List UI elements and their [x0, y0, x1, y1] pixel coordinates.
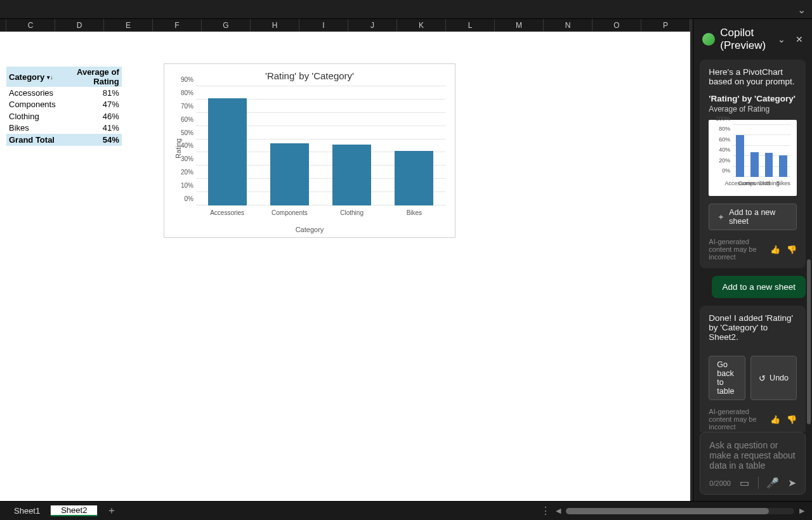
char-count: 0/2000 [709, 479, 731, 487]
column-header[interactable]: C [6, 19, 55, 31]
chart-y-tick: 90% [181, 76, 193, 83]
column-header[interactable]: E [104, 19, 153, 31]
chart-x-tick: Components [272, 209, 308, 216]
pivot-row-label: Clothing [6, 110, 58, 122]
column-header[interactable]: L [446, 19, 495, 31]
copilot-message-text: Done! I added 'Rating' by 'Category' to … [709, 313, 797, 342]
pivot-chart[interactable]: 'Rating' by 'Category' Rating Category 0… [164, 63, 455, 238]
chart-plot-area: 0%10%20%30%40%50%60%70%80%90%Accessories… [196, 86, 445, 205]
copilot-card-subtitle: Average of Rating [709, 105, 797, 114]
mini-chart-y-tick: 80% [719, 126, 730, 132]
undo-button[interactable]: ↺ Undo [750, 356, 797, 400]
copilot-body: Here's a PivotChart based on your prompt… [693, 60, 812, 432]
mini-chart-y-tick: 0% [722, 167, 730, 174]
column-header[interactable]: D [55, 19, 104, 31]
horizontal-scrollbar-thumb[interactable] [566, 508, 769, 514]
column-header[interactable]: N [544, 19, 593, 31]
column-header[interactable]: K [397, 19, 446, 31]
chart-bar [395, 151, 433, 205]
pivot-row-value: 41% [58, 122, 122, 134]
copilot-scrollbar-thumb[interactable] [807, 259, 811, 424]
book-icon[interactable]: ▭ [740, 477, 749, 489]
thumbs-down-icon[interactable]: 👎 [787, 415, 797, 424]
pivot-row-label: Bikes [6, 122, 58, 134]
ai-disclaimer: AI-generated content may be incorrect [709, 238, 770, 261]
go-back-to-table-button[interactable]: Go back to table [709, 356, 745, 400]
copilot-header: Copilot (Preview) ⌄ ✕ [693, 19, 812, 60]
pivot-grand-total-label: Grand Total [6, 134, 58, 146]
scroll-right-icon[interactable]: ▶ [799, 507, 804, 515]
sheet-tabs-menu-icon[interactable]: ⋮ [540, 505, 551, 517]
thumbs-up-icon[interactable]: 👍 [770, 245, 780, 254]
pivot-table[interactable]: Category▾↓ Average of Rating Accessories… [6, 67, 122, 146]
mic-icon[interactable]: 🎤 [758, 477, 779, 489]
chart-y-tick: 70% [181, 102, 193, 109]
pivot-row-value: 81% [58, 87, 122, 99]
chart-y-tick: 50% [181, 129, 193, 136]
thumbs-up-icon[interactable]: 👍 [770, 415, 780, 424]
mini-chart-plot: 0%20%40%60%80%100%AccessoriesComponentsC… [733, 125, 790, 177]
undo-icon: ↺ [759, 374, 766, 383]
table-row[interactable]: Accessories81% [6, 87, 122, 99]
pivot-header-value[interactable]: Average of Rating [58, 67, 122, 87]
copilot-message-text: Here's a PivotChart based on your prompt… [709, 67, 797, 86]
table-row[interactable]: Components47% [6, 99, 122, 111]
pivot-row-label: Components [6, 99, 58, 111]
scroll-left-icon[interactable]: ◀ [556, 507, 561, 515]
chart-x-axis-label: Category [296, 226, 324, 233]
chart-y-tick: 40% [181, 142, 193, 149]
column-header[interactable]: P [641, 19, 690, 31]
copilot-prompt-box[interactable]: Ask a question or make a request about d… [700, 432, 806, 495]
chevron-down-icon[interactable]: ⌄ [778, 34, 785, 44]
mini-chart-y-tick: 100% [716, 115, 730, 122]
chart-bar [270, 143, 309, 205]
table-row[interactable]: Clothing46% [6, 110, 122, 122]
send-icon[interactable]: ➤ [788, 477, 796, 489]
column-header[interactable]: M [495, 19, 544, 31]
chart-y-tick: 60% [181, 115, 193, 122]
add-sheet-button[interactable]: ＋ [98, 504, 126, 517]
ribbon-expand-icon[interactable]: ⌄ [797, 4, 806, 16]
chart-bar [332, 145, 371, 205]
copilot-mini-chart: 0%20%40%60%80%100%AccessoriesComponentsC… [709, 120, 797, 196]
pivot-header-category[interactable]: Category▾↓ [6, 67, 58, 87]
add-to-new-sheet-button[interactable]: ＋ Add to a new sheet [709, 204, 797, 230]
sheet-tabs-bar: Sheet1 Sheet2 ＋ ⋮ ◀ ▶ [0, 501, 812, 520]
copilot-message-card: Done! I added 'Rating' by 'Category' to … [700, 306, 806, 432]
copilot-input[interactable]: Ask a question or make a request about d… [709, 440, 796, 471]
sheet-tab-sheet1[interactable]: Sheet1 [4, 506, 51, 516]
filter-dropdown-icon[interactable]: ▾↓ [47, 74, 53, 81]
user-message: Add to a new sheet [712, 276, 806, 298]
chart-y-tick: 0% [185, 195, 193, 202]
mini-chart-bar [765, 153, 773, 177]
pivot-row-label: Accessories [6, 87, 58, 99]
copilot-message-card: Here's a PivotChart based on your prompt… [700, 60, 806, 268]
column-header[interactable]: F [153, 19, 202, 31]
vertical-scrollbar[interactable] [690, 19, 693, 501]
thumbs-down-icon[interactable]: 👎 [787, 245, 797, 254]
sheet-tab-sheet2[interactable]: Sheet2 [51, 505, 98, 516]
column-header[interactable]: G [202, 19, 251, 31]
close-icon[interactable]: ✕ [796, 34, 803, 44]
horizontal-scrollbar[interactable] [566, 508, 794, 514]
column-header[interactable]: J [348, 19, 397, 31]
table-row[interactable]: Bikes41% [6, 122, 122, 134]
column-headers: CDEFGHIJKLMNOP [0, 19, 690, 32]
pivot-row-value: 46% [58, 110, 122, 122]
copilot-card-title: 'Rating' by 'Category' [709, 94, 797, 103]
mini-chart-x-tick: Bikes [776, 180, 790, 186]
plus-icon: ＋ [717, 212, 725, 223]
ai-disclaimer: AI-generated content may be incorrect [709, 408, 770, 431]
chart-x-tick: Bikes [407, 209, 422, 216]
column-header[interactable]: I [299, 19, 348, 31]
chart-y-tick: 80% [181, 89, 193, 96]
copilot-logo-icon [702, 33, 715, 46]
pivot-grand-total-value: 54% [58, 134, 122, 146]
chart-bar [208, 98, 247, 205]
mini-chart-y-tick: 40% [719, 146, 730, 153]
column-header[interactable]: O [593, 19, 641, 31]
copilot-title: Copilot (Preview) [720, 27, 768, 52]
grid-body[interactable]: Category▾↓ Average of Rating Accessories… [0, 32, 690, 501]
mini-chart-bar [779, 155, 787, 177]
column-header[interactable]: H [251, 19, 299, 31]
